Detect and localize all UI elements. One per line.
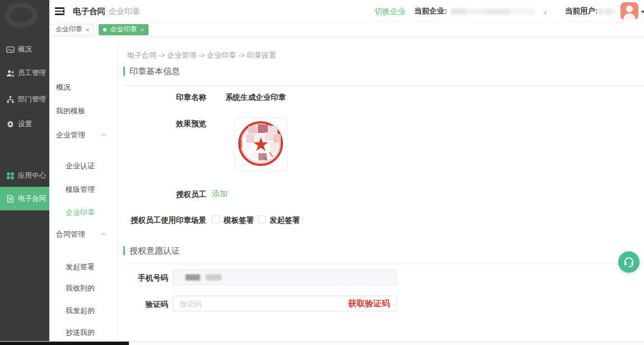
menu-item-initiated[interactable]: 我发起的 (49, 305, 118, 316)
phone-label: 手机号码 (118, 273, 168, 283)
current-user-label: 当前用户: (565, 0, 598, 22)
menu-item-enterprise-auth[interactable]: 企业认证 (49, 160, 118, 172)
seal-name-value: 系统生成企业印章 (225, 93, 286, 103)
menu-item-cc-me[interactable]: 抄送我的 (49, 327, 118, 338)
top-header: 电子合同 / 企业印章 切换企业 当前企业: 」 当前用户: (49, 0, 644, 22)
menu-item-enterprise-mgmt[interactable]: 企业管理 (49, 130, 118, 141)
header-app-title: 电子合同 (73, 0, 105, 22)
sidebar-item-label: 员工管理 (18, 68, 46, 78)
menu-item-template-mgmt[interactable]: 模版管理 (49, 184, 118, 195)
chevron-up-icon (101, 134, 106, 138)
scrollbar-thumb[interactable] (0, 342, 129, 345)
menu-item-initiate-sign[interactable]: 发起签署 (49, 261, 118, 273)
breadcrumb-separator: / (103, 0, 105, 22)
sidebar-item-label: 电子合同 (18, 194, 46, 204)
checkbox-label-template-sign[interactable]: 模板签署 (224, 215, 254, 226)
active-dot-icon (103, 28, 106, 31)
sidebar-item-app-center[interactable]: 应用中心 (0, 164, 49, 187)
company-logo (7, 4, 36, 26)
menu-item-contract-mgmt[interactable]: 合同管理 (49, 229, 118, 240)
tab-label: 企业印章 (110, 25, 137, 34)
preview-label: 效果预览 (118, 119, 206, 129)
code-label: 验证码 (118, 300, 168, 310)
sidebar-item-departments[interactable]: 部门管理 (0, 88, 49, 111)
company-name-redacted (451, 8, 535, 15)
departments-icon (6, 95, 15, 104)
avatar-head (626, 6, 633, 12)
customer-service-button[interactable] (618, 251, 640, 273)
current-company-label: 当前企业: (414, 0, 447, 22)
content-breadcrumb: 电子合同 -> 企业管理 -> 企业印章 -> 印章设置 (127, 50, 276, 61)
company-name-suffix: 」 (543, 0, 550, 22)
section-title-seal-basic: 印章基本信息 (123, 67, 180, 76)
authorized-staff-label: 授权员工 (118, 190, 206, 200)
scene-label: 授权员工使用印章场景 (118, 215, 206, 226)
menu-item-overview[interactable]: 概况 (49, 82, 118, 93)
sidebar-item-label: 部门管理 (18, 95, 46, 104)
checkbox-label-initiate-sign[interactable]: 发起签署 (270, 215, 300, 226)
employees-icon (6, 69, 15, 77)
checkbox-initiate-sign[interactable] (258, 215, 266, 223)
app-center-icon (6, 172, 15, 180)
close-icon[interactable]: × (86, 26, 89, 33)
phone-redacted (206, 274, 221, 280)
breadcrumb-current[interactable]: 企业印章 (109, 0, 140, 22)
close-icon[interactable]: × (140, 26, 143, 33)
tab-enterprise-seal-active[interactable]: 企业印章 × (99, 24, 148, 35)
horizontal-scrollbar[interactable] (0, 341, 644, 345)
contract-icon (6, 195, 15, 203)
checkbox-template-sign[interactable] (212, 215, 220, 223)
add-staff-link[interactable]: 添加 (212, 189, 228, 199)
main-content: 电子合同 -> 企业管理 -> 企业印章 -> 印章设置 印章基本信息 印章名称… (118, 37, 644, 341)
sidebar-item-label: 应用中心 (18, 171, 46, 181)
menu-item-received[interactable]: 我收到的 (49, 283, 118, 294)
collapse-menu-icon[interactable] (55, 7, 64, 15)
switch-company-link[interactable]: 切换企业 (374, 0, 406, 22)
primary-sidebar: 概况 员工管理 部门管理 设置 应用中心 (0, 0, 49, 341)
menu-item-enterprise-seal[interactable]: 企业印章 (49, 207, 118, 218)
sidebar-item-overview[interactable]: 概况 (0, 38, 49, 61)
avatar-body (623, 13, 636, 20)
user-avatar[interactable] (620, 2, 638, 20)
sidebar-item-label: 概况 (18, 45, 32, 54)
headset-icon (623, 256, 635, 268)
secondary-sidebar: 概况 我的模板 企业管理 企业认证 模版管理 企业印章 合同管理 发起签署 我收… (49, 37, 118, 341)
divider (123, 85, 644, 86)
sidebar-item-label: 设置 (18, 119, 32, 129)
menu-item-label: 企业管理 (56, 131, 85, 139)
menu-item-my-templates[interactable]: 我的模板 (49, 105, 118, 117)
phone-input[interactable] (173, 269, 397, 285)
sidebar-item-employees[interactable]: 员工管理 (0, 62, 49, 84)
seal-star-icon: ★ (235, 133, 287, 155)
chevron-down-icon[interactable] (641, 11, 644, 13)
settings-gear-icon (6, 120, 15, 128)
dashboard-icon (6, 45, 15, 54)
section-title-auth-will: 授权意愿认证 (123, 246, 180, 255)
sidebar-item-settings[interactable]: 设置 (0, 113, 49, 135)
code-input-wrap: 获取验证码 (173, 296, 397, 311)
seal-preview-image: ★ (234, 118, 288, 171)
tab-bar: 企业印章 × 企业印章 × (49, 22, 644, 37)
tab-enterprise-seal[interactable]: 企业印章 × (50, 24, 94, 35)
user-name-redacted (599, 8, 617, 15)
sidebar-item-e-contract[interactable]: 电子合同 (0, 187, 49, 210)
divider (123, 264, 644, 264)
get-code-button[interactable]: 获取验证码 (348, 296, 390, 311)
phone-redacted (186, 274, 200, 280)
seal-name-label: 印章名称 (118, 93, 206, 103)
menu-item-label: 合同管理 (56, 230, 85, 238)
tab-label: 企业印章 (55, 25, 82, 34)
chevron-up-icon (101, 233, 106, 237)
